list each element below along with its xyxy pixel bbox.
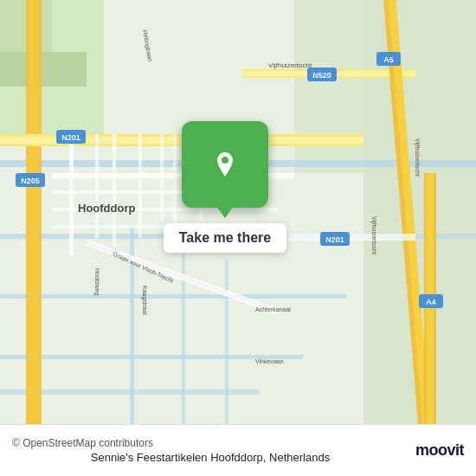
moovit-text: moovit	[415, 441, 464, 460]
svg-text:A5: A5	[383, 55, 394, 64]
svg-rect-32	[160, 134, 164, 221]
svg-text:Vinkevaan: Vinkevaan	[255, 358, 284, 364]
location-name: Sennie's Feestartikelen Hoofddorp, Nethe…	[12, 451, 408, 464]
svg-text:Kaagstraat: Kaagstraat	[141, 286, 148, 315]
svg-text:Achterkanaal: Achterkanaal	[255, 306, 291, 312]
svg-rect-28	[69, 134, 74, 255]
svg-text:Vijfhuizertocht: Vijfhuizertocht	[370, 216, 377, 254]
svg-text:Hoofdweg: Hoofdweg	[93, 268, 100, 296]
svg-rect-11	[130, 225, 134, 424]
svg-text:N205: N205	[21, 177, 40, 185]
bottom-content: © OpenStreetMap contributors Sennie's Fe…	[12, 437, 408, 464]
svg-rect-12	[182, 242, 185, 424]
svg-rect-31	[138, 134, 142, 238]
svg-text:N520: N520	[312, 71, 331, 80]
svg-text:N201: N201	[61, 133, 80, 142]
svg-point-61	[222, 157, 228, 164]
svg-rect-3	[0, 52, 87, 87]
svg-text:Vijfhuizertocht: Vijfhuizertocht	[414, 138, 421, 177]
attribution-text: © OpenStreetMap contributors	[12, 437, 408, 449]
location-pin-icon	[206, 145, 244, 183]
svg-rect-15	[29, 0, 39, 424]
take-me-there-button[interactable]: Take me there	[164, 223, 286, 253]
svg-rect-8	[0, 294, 346, 299]
svg-text:A4: A4	[426, 298, 436, 306]
moovit-logo: moovit	[415, 441, 464, 460]
svg-text:Vijfhuizertocht: Vijfhuizertocht	[268, 61, 312, 69]
svg-text:N201: N201	[325, 235, 344, 244]
bottom-bar: © OpenStreetMap contributors Sennie's Fe…	[0, 424, 476, 476]
map-container: N201 N205 N520 A5 A4 N201 Hoofddorp Vijf…	[0, 0, 476, 424]
svg-text:Hoofddorp: Hoofddorp	[78, 202, 135, 215]
svg-rect-33	[173, 134, 177, 229]
svg-rect-30	[113, 134, 116, 247]
popup-bubble[interactable]	[182, 121, 268, 208]
svg-rect-29	[95, 134, 99, 238]
svg-rect-13	[225, 260, 228, 424]
